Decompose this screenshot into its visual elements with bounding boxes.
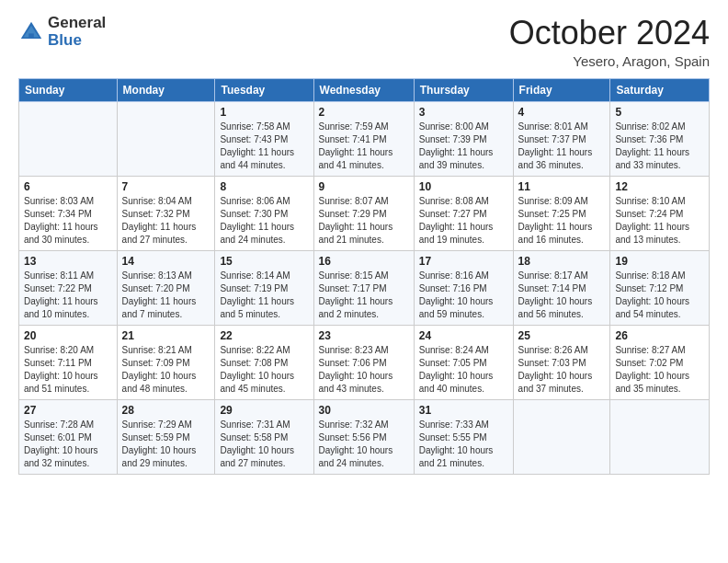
calendar-cell: 8Sunrise: 8:06 AM Sunset: 7:30 PM Daylig… <box>215 176 313 250</box>
weekday-header-cell: Friday <box>513 78 610 101</box>
cell-info-text: Sunrise: 8:09 AM Sunset: 7:25 PM Dayligh… <box>518 195 606 247</box>
cell-info-text: Sunrise: 8:08 AM Sunset: 7:27 PM Dayligh… <box>419 195 508 247</box>
cell-day-number: 13 <box>24 255 112 268</box>
logo-blue-text: Blue <box>48 32 106 50</box>
cell-day-number: 26 <box>615 329 704 342</box>
calendar-week-row: 13Sunrise: 8:11 AM Sunset: 7:22 PM Dayli… <box>19 250 710 325</box>
calendar-cell: 24Sunrise: 8:24 AM Sunset: 7:05 PM Dayli… <box>414 325 513 399</box>
cell-day-number: 22 <box>220 329 308 342</box>
logo: General Blue <box>18 15 106 49</box>
cell-info-text: Sunrise: 8:13 AM Sunset: 7:20 PM Dayligh… <box>122 270 210 321</box>
cell-info-text: Sunrise: 7:58 AM Sunset: 7:43 PM Dayligh… <box>220 121 308 172</box>
cell-info-text: Sunrise: 8:01 AM Sunset: 7:37 PM Dayligh… <box>518 121 606 172</box>
cell-info-text: Sunrise: 8:00 AM Sunset: 7:39 PM Dayligh… <box>419 121 508 172</box>
cell-day-number: 16 <box>319 255 409 268</box>
calendar-cell: 6Sunrise: 8:03 AM Sunset: 7:34 PM Daylig… <box>19 176 118 250</box>
calendar-cell: 3Sunrise: 8:00 AM Sunset: 7:39 PM Daylig… <box>414 101 513 176</box>
calendar-cell: 13Sunrise: 8:11 AM Sunset: 7:22 PM Dayli… <box>19 250 118 325</box>
cell-day-number: 2 <box>319 106 409 119</box>
cell-info-text: Sunrise: 8:04 AM Sunset: 7:32 PM Dayligh… <box>122 195 210 247</box>
calendar-cell: 14Sunrise: 8:13 AM Sunset: 7:20 PM Dayli… <box>117 250 215 325</box>
cell-info-text: Sunrise: 8:21 AM Sunset: 7:09 PM Dayligh… <box>122 344 210 396</box>
month-title: October 2024 <box>509 15 710 52</box>
cell-day-number: 3 <box>419 106 508 119</box>
cell-info-text: Sunrise: 8:10 AM Sunset: 7:24 PM Dayligh… <box>615 195 704 247</box>
calendar-cell: 4Sunrise: 8:01 AM Sunset: 7:37 PM Daylig… <box>513 101 610 176</box>
calendar-week-row: 6Sunrise: 8:03 AM Sunset: 7:34 PM Daylig… <box>19 176 710 250</box>
weekday-header-cell: Sunday <box>19 78 118 101</box>
cell-info-text: Sunrise: 8:06 AM Sunset: 7:30 PM Dayligh… <box>220 195 308 247</box>
weekday-header-cell: Wednesday <box>313 78 414 101</box>
calendar-cell: 25Sunrise: 8:26 AM Sunset: 7:03 PM Dayli… <box>513 325 610 399</box>
cell-day-number: 23 <box>319 329 409 342</box>
cell-info-text: Sunrise: 8:27 AM Sunset: 7:02 PM Dayligh… <box>615 344 704 396</box>
cell-day-number: 5 <box>615 106 704 119</box>
calendar-cell: 29Sunrise: 7:31 AM Sunset: 5:58 PM Dayli… <box>215 399 313 474</box>
calendar-week-row: 27Sunrise: 7:28 AM Sunset: 6:01 PM Dayli… <box>19 399 710 474</box>
cell-info-text: Sunrise: 8:16 AM Sunset: 7:16 PM Dayligh… <box>419 270 508 321</box>
calendar-cell <box>513 399 610 474</box>
logo-text: General Blue <box>48 15 106 49</box>
cell-info-text: Sunrise: 8:07 AM Sunset: 7:29 PM Dayligh… <box>319 195 409 247</box>
cell-day-number: 17 <box>419 255 508 268</box>
calendar-cell: 1Sunrise: 7:58 AM Sunset: 7:43 PM Daylig… <box>215 101 313 176</box>
cell-info-text: Sunrise: 8:24 AM Sunset: 7:05 PM Dayligh… <box>419 344 508 396</box>
calendar-cell: 2Sunrise: 7:59 AM Sunset: 7:41 PM Daylig… <box>313 101 414 176</box>
cell-day-number: 10 <box>419 180 508 193</box>
cell-info-text: Sunrise: 8:11 AM Sunset: 7:22 PM Dayligh… <box>24 270 112 321</box>
calendar-cell: 11Sunrise: 8:09 AM Sunset: 7:25 PM Dayli… <box>513 176 610 250</box>
weekday-header-cell: Saturday <box>610 78 710 101</box>
weekday-header-row: SundayMondayTuesdayWednesdayThursdayFrid… <box>19 78 710 101</box>
calendar-week-row: 1Sunrise: 7:58 AM Sunset: 7:43 PM Daylig… <box>19 101 710 176</box>
calendar-cell: 26Sunrise: 8:27 AM Sunset: 7:02 PM Dayli… <box>610 325 710 399</box>
cell-day-number: 20 <box>24 329 112 342</box>
cell-day-number: 4 <box>518 106 606 119</box>
cell-info-text: Sunrise: 7:31 AM Sunset: 5:58 PM Dayligh… <box>220 419 308 470</box>
calendar-cell: 23Sunrise: 8:23 AM Sunset: 7:06 PM Dayli… <box>313 325 414 399</box>
cell-info-text: Sunrise: 7:28 AM Sunset: 6:01 PM Dayligh… <box>24 419 112 470</box>
cell-day-number: 15 <box>220 255 308 268</box>
cell-info-text: Sunrise: 8:22 AM Sunset: 7:08 PM Dayligh… <box>220 344 308 396</box>
cell-day-number: 25 <box>518 329 606 342</box>
calendar-cell: 22Sunrise: 8:22 AM Sunset: 7:08 PM Dayli… <box>215 325 313 399</box>
cell-info-text: Sunrise: 8:26 AM Sunset: 7:03 PM Dayligh… <box>518 344 606 396</box>
cell-info-text: Sunrise: 8:18 AM Sunset: 7:12 PM Dayligh… <box>615 270 704 321</box>
cell-day-number: 29 <box>220 404 308 417</box>
calendar-cell: 27Sunrise: 7:28 AM Sunset: 6:01 PM Dayli… <box>19 399 118 474</box>
calendar-cell: 12Sunrise: 8:10 AM Sunset: 7:24 PM Dayli… <box>610 176 710 250</box>
weekday-header-cell: Thursday <box>414 78 513 101</box>
cell-day-number: 24 <box>419 329 508 342</box>
cell-day-number: 27 <box>24 404 112 417</box>
calendar-cell: 9Sunrise: 8:07 AM Sunset: 7:29 PM Daylig… <box>313 176 414 250</box>
weekday-header-cell: Monday <box>117 78 215 101</box>
page: General Blue October 2024 Yesero, Aragon… <box>0 0 728 563</box>
svg-rect-2 <box>28 33 34 39</box>
cell-info-text: Sunrise: 8:02 AM Sunset: 7:36 PM Dayligh… <box>615 121 704 172</box>
weekday-header-cell: Tuesday <box>215 78 313 101</box>
cell-info-text: Sunrise: 8:23 AM Sunset: 7:06 PM Dayligh… <box>319 344 409 396</box>
calendar-cell: 30Sunrise: 7:32 AM Sunset: 5:56 PM Dayli… <box>313 399 414 474</box>
cell-day-number: 21 <box>122 329 210 342</box>
calendar-cell: 7Sunrise: 8:04 AM Sunset: 7:32 PM Daylig… <box>117 176 215 250</box>
cell-day-number: 14 <box>122 255 210 268</box>
calendar-cell: 20Sunrise: 8:20 AM Sunset: 7:11 PM Dayli… <box>19 325 118 399</box>
calendar-cell: 31Sunrise: 7:33 AM Sunset: 5:55 PM Dayli… <box>414 399 513 474</box>
calendar-cell: 18Sunrise: 8:17 AM Sunset: 7:14 PM Dayli… <box>513 250 610 325</box>
cell-day-number: 7 <box>122 180 210 193</box>
cell-info-text: Sunrise: 8:14 AM Sunset: 7:19 PM Dayligh… <box>220 270 308 321</box>
calendar-cell: 5Sunrise: 8:02 AM Sunset: 7:36 PM Daylig… <box>610 101 710 176</box>
calendar-cell: 19Sunrise: 8:18 AM Sunset: 7:12 PM Dayli… <box>610 250 710 325</box>
cell-day-number: 9 <box>319 180 409 193</box>
calendar-cell: 15Sunrise: 8:14 AM Sunset: 7:19 PM Dayli… <box>215 250 313 325</box>
calendar-body: 1Sunrise: 7:58 AM Sunset: 7:43 PM Daylig… <box>19 101 710 474</box>
cell-info-text: Sunrise: 7:29 AM Sunset: 5:59 PM Dayligh… <box>122 419 210 470</box>
location-title: Yesero, Aragon, Spain <box>509 53 710 69</box>
calendar-cell: 16Sunrise: 8:15 AM Sunset: 7:17 PM Dayli… <box>313 250 414 325</box>
logo-icon <box>18 19 44 45</box>
cell-info-text: Sunrise: 8:20 AM Sunset: 7:11 PM Dayligh… <box>24 344 112 396</box>
header: General Blue October 2024 Yesero, Aragon… <box>18 15 710 69</box>
calendar-cell <box>610 399 710 474</box>
logo-general-text: General <box>48 15 106 32</box>
cell-info-text: Sunrise: 8:03 AM Sunset: 7:34 PM Dayligh… <box>24 195 112 247</box>
calendar-cell: 17Sunrise: 8:16 AM Sunset: 7:16 PM Dayli… <box>414 250 513 325</box>
